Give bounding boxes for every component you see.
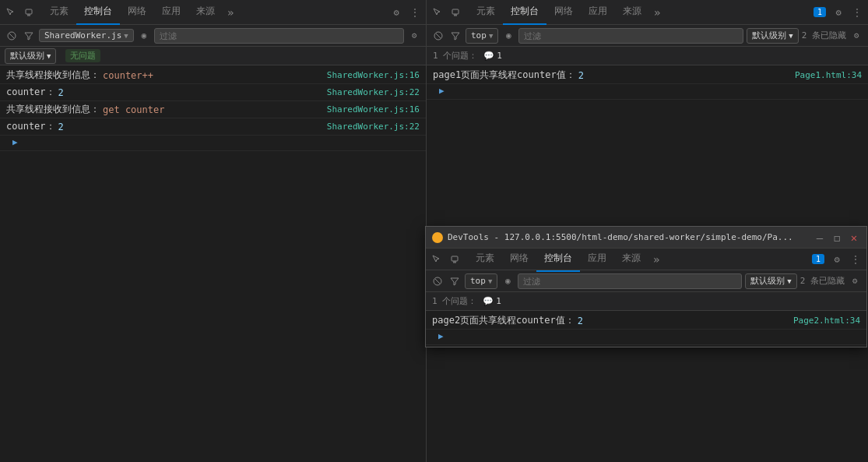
- floating-inspect-icon[interactable]: [429, 252, 445, 267]
- right-hidden-count: 2 条已隐藏: [802, 30, 846, 41]
- right-context-selector[interactable]: top ▼: [466, 28, 498, 44]
- right-more-tabs[interactable]: »: [649, 6, 665, 19]
- floating-nav-tabs: 元素 网络 控制台 应用 来源 »: [468, 247, 812, 272]
- floating-title-bar: DevTools - 127.0.0.1:5500/html-demo/shar…: [426, 227, 866, 249]
- left-panel: 元素 控制台 网络 应用 来源 » ⚙ ⋮: [0, 0, 427, 462]
- svg-rect-12: [452, 256, 458, 261]
- left-filter-settings-icon[interactable]: ⚙: [407, 29, 421, 43]
- left-clear-icon[interactable]: [5, 29, 19, 43]
- left-log-value-1: counter++: [103, 70, 153, 81]
- left-tab-network[interactable]: 网络: [120, 0, 154, 25]
- devtools-container: 元素 控制台 网络 应用 来源 » ⚙ ⋮: [0, 0, 868, 462]
- floating-tab-console[interactable]: 控制台: [536, 247, 580, 272]
- floating-tab-network[interactable]: 网络: [502, 247, 536, 272]
- right-nav-bar: 元素 控制台 网络 应用 来源 » 1 ⚙ ⋮: [427, 0, 868, 25]
- right-device-icon[interactable]: [448, 5, 464, 20]
- left-more-icon[interactable]: ⋮: [407, 5, 423, 20]
- floating-nav-right-icons: 1 ⚙ ⋮: [812, 252, 863, 267]
- left-tab-app[interactable]: 应用: [154, 0, 188, 25]
- floating-tab-source[interactable]: 来源: [614, 247, 648, 272]
- floating-tab-app[interactable]: 应用: [580, 247, 614, 272]
- floating-issue-count: 1: [496, 296, 501, 306]
- left-nav-bar: 元素 控制台 网络 应用 来源 » ⚙ ⋮: [0, 0, 426, 25]
- right-filter-input[interactable]: [518, 28, 743, 44]
- right-expand-arrow[interactable]: ▶: [439, 86, 445, 96]
- floating-close-btn[interactable]: ✕: [848, 231, 860, 244]
- left-tab-elements[interactable]: 元素: [42, 0, 76, 25]
- inspect-icon[interactable]: [3, 5, 19, 20]
- right-level-dropdown[interactable]: 默认级别 ▼: [747, 28, 798, 44]
- floating-toolbar: top ▼ ◉ 默认级别 ▼ 2 条已隐藏 ⚙: [426, 270, 866, 292]
- floating-filter-input[interactable]: [518, 273, 742, 289]
- floating-more-tabs[interactable]: »: [648, 253, 664, 266]
- right-tab-app[interactable]: 应用: [581, 0, 615, 25]
- floating-issue-badge: 💬 1: [483, 296, 501, 306]
- floating-browser-icon: [432, 232, 443, 243]
- floating-nav-icons: [429, 252, 463, 267]
- right-log-link-1[interactable]: Page1.html:34: [795, 70, 862, 80]
- floating-clear-icon[interactable]: [430, 274, 445, 288]
- right-filter-icon[interactable]: [448, 29, 462, 43]
- right-settings-icon[interactable]: ⚙: [831, 5, 846, 20]
- right-clear-icon[interactable]: [431, 29, 445, 43]
- right-panel: 元素 控制台 网络 应用 来源 » 1 ⚙ ⋮: [427, 0, 868, 462]
- left-log-link-2[interactable]: SharedWorker.js:22: [327, 87, 420, 97]
- floating-toolbar-settings[interactable]: ⚙: [848, 274, 862, 288]
- left-expand-arrow[interactable]: ▶: [12, 137, 18, 147]
- svg-line-17: [435, 279, 440, 284]
- svg-line-5: [9, 34, 14, 38]
- floating-eye-icon[interactable]: ◉: [501, 274, 515, 288]
- right-tab-elements[interactable]: 元素: [469, 0, 503, 25]
- left-log-link-1[interactable]: SharedWorker.js:16: [327, 70, 420, 80]
- left-log-value-3: get counter: [103, 104, 164, 115]
- device-icon[interactable]: [22, 5, 37, 20]
- left-eye-icon[interactable]: ◉: [137, 29, 151, 43]
- left-worker-chevron: ▼: [124, 32, 128, 40]
- floating-context-selector[interactable]: top ▼: [465, 273, 497, 289]
- left-log-link-3[interactable]: SharedWorker.js:16: [327, 104, 420, 115]
- left-tab-console[interactable]: 控制台: [76, 0, 120, 25]
- right-console-row-1: page1页面共享线程counter值： 2 Page1.html:34: [427, 67, 868, 84]
- floating-restore-btn[interactable]: ◻: [831, 231, 843, 244]
- left-settings-icon[interactable]: ⚙: [388, 5, 404, 20]
- floating-filter-icon[interactable]: [448, 274, 462, 288]
- left-log-link-4[interactable]: SharedWorker.js:22: [327, 122, 420, 132]
- floating-settings-icon[interactable]: ⚙: [829, 252, 845, 267]
- right-eye-icon[interactable]: ◉: [501, 29, 515, 43]
- left-worker-selector[interactable]: SharedWorker.js ▼: [39, 29, 134, 42]
- floating-device-icon[interactable]: [448, 252, 463, 267]
- left-filter-icon[interactable]: [22, 29, 36, 43]
- left-log-value-2: 2: [58, 87, 64, 98]
- right-nav-tabs: 元素 控制台 网络 应用 来源 »: [469, 0, 814, 25]
- right-tab-network[interactable]: 网络: [546, 0, 581, 25]
- left-level-bar: 默认级别 ▼ 无问题: [0, 47, 426, 65]
- floating-expand-arrow[interactable]: ▶: [438, 331, 444, 341]
- right-toolbar-settings[interactable]: ⚙: [849, 29, 863, 43]
- right-issue-count: 1: [497, 51, 502, 61]
- floating-tab-elements[interactable]: 元素: [468, 247, 502, 272]
- floating-badge: 1: [812, 254, 824, 264]
- right-tab-console[interactable]: 控制台: [503, 0, 546, 25]
- floating-log-value-1: 2: [578, 316, 583, 326]
- left-level-dropdown[interactable]: 默认级别 ▼: [5, 48, 56, 64]
- svg-rect-6: [452, 9, 459, 14]
- left-toolbar: SharedWorker.js ▼ ◉ ⚙: [0, 25, 426, 47]
- left-filter-input[interactable]: [154, 28, 404, 44]
- left-more-tabs[interactable]: »: [223, 6, 238, 19]
- floating-log-link-1[interactable]: Page2.html:34: [793, 316, 860, 326]
- floating-level-dropdown[interactable]: 默认级别 ▼: [745, 273, 796, 289]
- floating-console-row-1: page2页面共享线程counter值： 2 Page2.html:34: [426, 312, 866, 330]
- right-tab-source[interactable]: 来源: [615, 0, 649, 25]
- left-log-text-3: 共享线程接收到信息：: [6, 103, 100, 116]
- right-toolbar: top ▼ ◉ 默认级别 ▼ 2 条已隐藏 ⚙: [427, 25, 868, 47]
- right-inspect-icon[interactable]: [430, 5, 445, 20]
- floating-devtools-window: DevTools - 127.0.0.1:5500/html-demo/shar…: [425, 226, 867, 347]
- right-level-chevron: ▼: [789, 32, 792, 40]
- left-tab-source[interactable]: 来源: [188, 0, 223, 25]
- floating-more-icon[interactable]: ⋮: [848, 252, 863, 267]
- right-more-icon[interactable]: ⋮: [849, 5, 865, 20]
- left-log-text-4: counter：: [6, 120, 55, 133]
- floating-minimize-btn[interactable]: —: [814, 231, 826, 244]
- floating-issue-icon: 💬: [483, 296, 494, 306]
- floating-title-text: DevTools - 127.0.0.1:5500/html-demo/shar…: [448, 232, 809, 242]
